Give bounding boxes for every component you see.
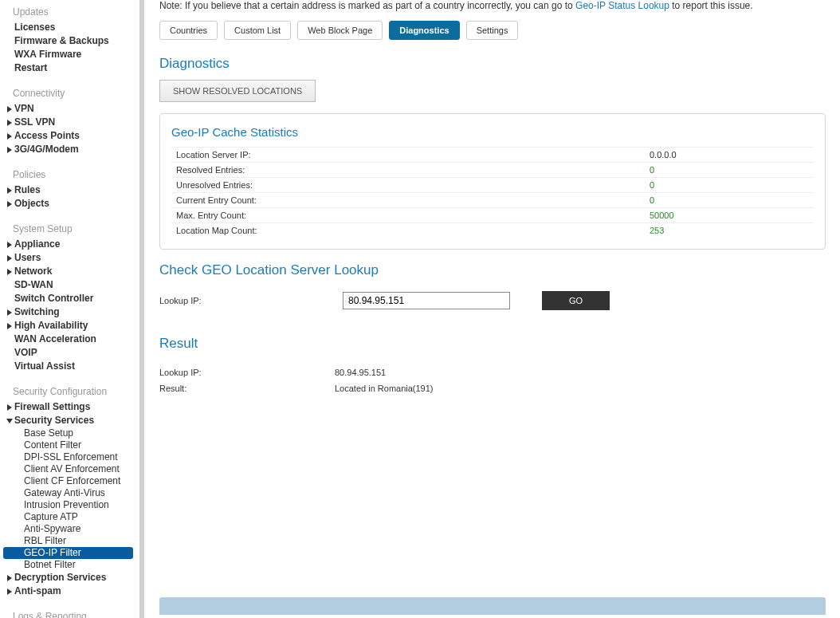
nav-sub-item[interactable]: Base Setup: [0, 427, 139, 439]
nav-item-label: Virtual Assist: [14, 360, 75, 372]
nav-item[interactable]: VPN: [0, 102, 139, 116]
show-resolved-locations-button[interactable]: SHOW RESOLVED LOCATIONS: [159, 80, 316, 102]
nav-sub-item[interactable]: Intrusion Prevention: [0, 499, 139, 511]
nav-item-label: VPN: [14, 103, 34, 115]
lookup-section-title: Check GEO Location Server Lookup: [151, 258, 840, 286]
stat-value: 0.0.0.0: [650, 150, 677, 159]
nav-item[interactable]: Access Points: [0, 129, 139, 143]
lookup-ip-label: Lookup IP:: [159, 296, 327, 305]
nav-section-title: Logs & Reporting: [0, 606, 139, 618]
go-button[interactable]: GO: [542, 291, 610, 310]
lookup-ip-input[interactable]: [343, 292, 510, 309]
chevron-right-icon: [6, 147, 13, 153]
nav-item[interactable]: High Availability: [0, 319, 139, 333]
nav-item-label: Objects: [14, 198, 49, 210]
nav-item[interactable]: Users: [0, 251, 139, 265]
chevron-right-icon: [6, 242, 13, 248]
nav-item[interactable]: SD-WAN: [0, 278, 139, 292]
nav-section-title: Connectivity: [0, 83, 139, 102]
result-row: Result:Located in Romania(191): [159, 380, 832, 396]
tabs: CountriesCustom ListWeb Block PageDiagno…: [151, 16, 840, 51]
nav-item-label: Licenses: [14, 22, 55, 33]
tab-settings[interactable]: Settings: [466, 21, 519, 40]
nav-item[interactable]: Firmware & Backups: [0, 34, 139, 48]
nav-item-label: Decryption Services: [14, 572, 106, 584]
nav-item-label: Access Points: [14, 130, 80, 142]
diagnostics-title: Diagnostics: [151, 51, 840, 80]
nav-item-label: Switch Controller: [14, 293, 93, 305]
nav-item-label: Firewall Settings: [14, 401, 90, 413]
nav-sub-item[interactable]: Anti-Spyware: [0, 523, 139, 535]
nav-item[interactable]: WAN Acceleration: [0, 333, 139, 346]
nav-sub-item[interactable]: GEO-IP Filter: [3, 547, 133, 559]
nav-section-title: Policies: [0, 164, 139, 183]
nav-sub-item[interactable]: Client AV Enforcement: [0, 463, 139, 475]
nav-item[interactable]: Rules: [0, 183, 139, 197]
tab-countries[interactable]: Countries: [159, 21, 218, 40]
nav-item[interactable]: VOIP: [0, 346, 139, 360]
nav-sub-item[interactable]: Botnet Filter: [0, 559, 139, 571]
nav-item[interactable]: Appliance: [0, 238, 139, 251]
nav-sub-item[interactable]: Gateway Anti-Virus: [0, 487, 139, 499]
geo-ip-cache-panel: Geo-IP Cache Statistics Location Server …: [159, 113, 826, 250]
chevron-right-icon: [6, 106, 13, 112]
footer-bar: [159, 597, 826, 615]
tab-custom-list[interactable]: Custom List: [224, 21, 291, 40]
chevron-right-icon: [6, 588, 13, 595]
chevron-right-icon: [6, 309, 13, 316]
nav-item[interactable]: Objects: [0, 197, 139, 211]
stat-row: Max. Entry Count:50000: [171, 207, 814, 222]
stat-label: Max. Entry Count:: [171, 211, 650, 220]
result-table: Lookup IP:80.94.95.151Result:Located in …: [151, 360, 840, 401]
nav-item[interactable]: Switch Controller: [0, 292, 139, 305]
result-label: Result:: [159, 384, 335, 393]
nav-item-label: Rules: [14, 184, 41, 196]
stat-value: 0: [650, 195, 654, 205]
nav-sub-item[interactable]: RBL Filter: [0, 535, 139, 547]
nav-item-label: Network: [14, 266, 52, 278]
nav-item[interactable]: Security Services: [0, 414, 139, 427]
nav-section-title: Updates: [0, 2, 139, 21]
stat-label: Location Server IP:: [171, 150, 650, 159]
nav-item[interactable]: Decryption Services: [0, 571, 139, 585]
sidebar: UpdatesLicensesFirmware & BackupsWXA Fir…: [0, 0, 139, 618]
nav-item[interactable]: Network: [0, 265, 139, 278]
nav-sub-item[interactable]: Content Filter: [0, 439, 139, 451]
result-section-title: Result: [151, 331, 840, 360]
stat-label: Resolved Entries:: [171, 165, 650, 175]
nav-item-label: Security Services: [14, 415, 94, 427]
stat-row: Location Server IP:0.0.0.0: [171, 147, 814, 162]
tab-diagnostics[interactable]: Diagnostics: [389, 21, 459, 40]
note-text-suffix: to report this issue.: [669, 0, 753, 11]
nav-item[interactable]: 3G/4G/Modem: [0, 143, 139, 156]
chevron-right-icon: [6, 187, 13, 194]
nav-item-label: Anti-spam: [14, 585, 61, 597]
nav-section-title: System Setup: [0, 218, 139, 238]
sidebar-divider: [139, 0, 144, 618]
stat-row: Location Map Count:253: [171, 222, 814, 238]
nav-item[interactable]: Anti-spam: [0, 585, 139, 598]
nav-sub-item[interactable]: Client CF Enforcement: [0, 475, 139, 487]
tab-web-block-page[interactable]: Web Block Page: [297, 21, 383, 40]
stat-row: Unresolved Entries:0: [171, 177, 814, 192]
stat-value: 50000: [650, 211, 674, 220]
nav-sub-item[interactable]: Capture ATP: [0, 511, 139, 523]
nav-item-label: Users: [14, 252, 41, 264]
nav-item[interactable]: Restart: [0, 61, 139, 75]
main-content: Note: If you believe that a certain addr…: [151, 0, 840, 618]
nav-item[interactable]: WXA Firmware: [0, 48, 139, 61]
nav-item-label: VOIP: [14, 347, 37, 359]
stat-row: Resolved Entries:0: [171, 162, 814, 177]
result-value: Located in Romania(191): [335, 384, 434, 393]
nav-item[interactable]: Firewall Settings: [0, 400, 139, 414]
note-text-prefix: Note: If you believe that a certain addr…: [159, 0, 575, 11]
nav-sub-item[interactable]: DPI-SSL Enforcement: [0, 451, 139, 463]
nav-item[interactable]: Virtual Assist: [0, 360, 139, 373]
chevron-down-icon: [6, 418, 13, 424]
nav-item[interactable]: Switching: [0, 305, 139, 319]
note-link[interactable]: Geo-IP Status Lookup: [575, 0, 669, 11]
nav-item[interactable]: SSL VPN: [0, 116, 139, 129]
nav-item[interactable]: Licenses: [0, 21, 139, 34]
chevron-right-icon: [6, 201, 13, 207]
nav-item-label: Switching: [14, 306, 60, 318]
